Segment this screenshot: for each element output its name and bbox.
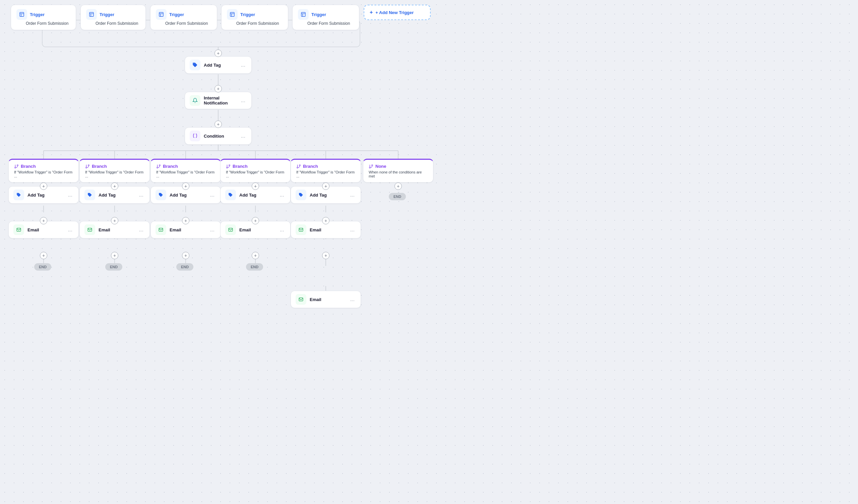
plus-btn-b2-after-email[interactable]: + (111, 252, 118, 259)
b1-email-icon (13, 224, 24, 235)
internal-notification-label: Internal Notification (204, 95, 236, 105)
add-trigger-label: + Add New Trigger (375, 10, 414, 15)
plus-btn-b5-after-email[interactable]: + (322, 252, 330, 259)
trigger-title-3: Trigger (169, 12, 184, 17)
b4-add-tag-more[interactable]: ... (279, 191, 286, 199)
none-branch-subtitle: When none of the conditions are met (369, 170, 428, 178)
b5-tag-icon (296, 190, 306, 200)
plus-btn-before-add-tag[interactable]: + (214, 50, 222, 57)
tag-icon-main (190, 60, 201, 70)
condition-card[interactable]: Condition ... (185, 127, 252, 145)
b5-extra-email-label: Email (310, 297, 346, 302)
b1-email-more[interactable]: ... (67, 226, 74, 233)
branch-icon-5 (296, 164, 301, 169)
branch-card-4[interactable]: Branch If "Workflow Trigger" is "Order F… (220, 159, 290, 182)
trigger-subtitle-4: Order Form Submission (227, 21, 283, 26)
b2-email-icon (84, 224, 95, 235)
b1-end-badge: END (34, 263, 51, 271)
trigger-title-1: Trigger (30, 12, 45, 17)
svg-rect-35 (20, 12, 24, 16)
branch-title-3: Branch (163, 164, 178, 169)
plus-btn-b2-after-tag[interactable]: + (111, 217, 118, 224)
branch-title-1: Branch (21, 164, 36, 169)
b4-email-icon (225, 224, 236, 235)
svg-rect-41 (159, 12, 163, 16)
trigger-subtitle-5: Order Form Submission (298, 21, 354, 26)
svg-rect-54 (159, 228, 163, 231)
none-branch-title: None (375, 164, 386, 169)
plus-btn-b4-after-branch[interactable]: + (252, 182, 259, 190)
branch-card-1[interactable]: Branch If "Workflow Trigger" is "Order F… (9, 159, 79, 182)
internal-notification-more[interactable]: ... (240, 97, 247, 104)
plus-btn-b1-after-tag[interactable]: + (40, 217, 47, 224)
internal-notification-card[interactable]: Internal Notification ... (185, 92, 252, 109)
b1-email-label: Email (28, 227, 63, 232)
condition-label: Condition (204, 134, 236, 139)
trigger-icon-5 (298, 9, 309, 20)
svg-rect-38 (90, 12, 94, 16)
b5-extra-email[interactable]: Email ... (290, 291, 361, 308)
branch-card-2[interactable]: Branch If "Workflow Trigger" is "Order F… (79, 159, 150, 182)
trigger-title-2: Trigger (99, 12, 114, 17)
add-tag-main-card[interactable]: Add Tag ... (185, 56, 252, 74)
add-tag-main-more[interactable]: ... (240, 61, 247, 69)
trigger-card-1[interactable]: Trigger Order Form Submission (11, 5, 76, 30)
b2-add-tag-label: Add Tag (98, 193, 134, 198)
branch-title-4: Branch (233, 164, 248, 169)
svg-rect-44 (230, 12, 234, 16)
plus-btn-b3-after-email[interactable]: + (182, 252, 189, 259)
branch-subtitle-2: If "Workflow Trigger" is "Order Form ... (85, 170, 144, 178)
b5-add-tag-label: Add Tag (310, 193, 346, 198)
b5-email-more[interactable]: ... (349, 226, 356, 233)
condition-more[interactable]: ... (240, 132, 247, 140)
plus-btn-b4-after-email[interactable]: + (252, 252, 259, 259)
b4-email-more[interactable]: ... (279, 226, 286, 233)
add-trigger-button[interactable]: + + Add New Trigger (364, 5, 431, 20)
plus-btn-before-condition[interactable]: + (214, 120, 222, 128)
b2-email-more[interactable]: ... (138, 226, 145, 233)
branch-icon-3 (156, 164, 161, 169)
plus-btn-b1-after-branch[interactable]: + (40, 182, 47, 190)
workflow-canvas: Trigger Order Form Submission Trigger Or… (0, 0, 858, 504)
none-branch-card[interactable]: None When none of the conditions are met (363, 159, 433, 182)
trigger-subtitle-2: Order Form Submission (86, 21, 140, 26)
plus-btn-b4-after-tag[interactable]: + (252, 217, 259, 224)
trigger-card-5[interactable]: Trigger Order Form Submission (292, 5, 359, 30)
svg-rect-56 (299, 228, 303, 231)
plus-btn-b2-after-branch[interactable]: + (111, 182, 118, 190)
plus-btn-b1-after-email[interactable]: + (40, 252, 47, 259)
branch-card-5[interactable]: Branch If "Workflow Trigger" is "Order F… (290, 159, 361, 182)
b4-add-tag-label: Add Tag (239, 193, 275, 198)
b2-email-label: Email (98, 227, 134, 232)
b4-email-label: Email (239, 227, 275, 232)
plus-btn-b5-after-branch[interactable]: + (322, 182, 330, 190)
plus-btn-none-after-card[interactable]: + (395, 182, 402, 190)
svg-rect-53 (88, 228, 92, 231)
branch-title-5: Branch (303, 164, 318, 169)
branch-subtitle-1: If "Workflow Trigger" is "Order Form ... (14, 170, 73, 178)
branch-icon-2 (85, 164, 90, 169)
branch-card-3[interactable]: Branch If "Workflow Trigger" is "Order F… (150, 159, 221, 182)
svg-rect-57 (299, 298, 303, 301)
plus-btn-b5-after-tag[interactable]: + (322, 217, 330, 224)
b1-add-tag-more[interactable]: ... (67, 191, 74, 199)
b5-add-tag-more[interactable]: ... (349, 191, 356, 199)
svg-rect-55 (228, 228, 233, 231)
b2-add-tag-more[interactable]: ... (138, 191, 145, 199)
add-trigger-plus-icon: + (370, 10, 373, 15)
plus-btn-b3-after-tag[interactable]: + (182, 217, 189, 224)
b5-extra-email-more[interactable]: ... (349, 296, 356, 303)
branch-icon-1 (14, 164, 19, 169)
b1-tag-icon (13, 190, 24, 200)
trigger-card-3[interactable]: Trigger Order Form Submission (150, 5, 217, 30)
trigger-card-2[interactable]: Trigger Order Form Submission (80, 5, 146, 30)
trigger-icon-4 (227, 9, 238, 20)
b5-email-icon (296, 224, 306, 235)
trigger-card-4[interactable]: Trigger Order Form Submission (221, 5, 288, 30)
b3-add-tag-more[interactable]: ... (209, 191, 216, 199)
plus-btn-b3-after-branch[interactable]: + (182, 182, 189, 190)
b3-email-more[interactable]: ... (209, 226, 216, 233)
plus-btn-before-internal-notif[interactable]: + (214, 85, 222, 93)
trigger-title-4: Trigger (240, 12, 255, 17)
branch-subtitle-5: If "Workflow Trigger" is "Order Form ... (296, 170, 355, 178)
